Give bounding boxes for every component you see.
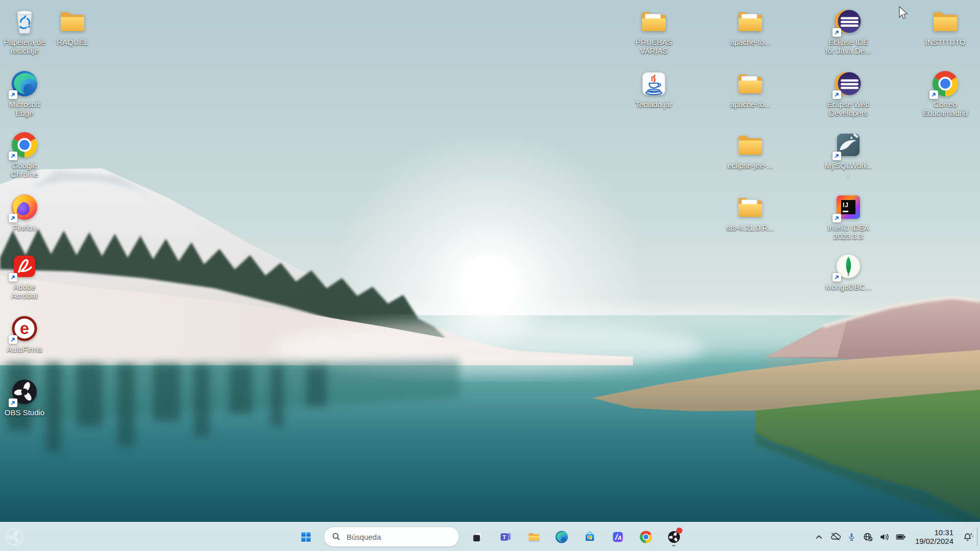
folder-empty-icon (58, 7, 87, 36)
screen: Papelera de reciclajeRAQUELMicrosoft Edg… (0, 0, 980, 551)
search-input[interactable]: Búsqueda (324, 527, 459, 547)
tray-clock[interactable]: 10:31 19/02/2024 (909, 527, 960, 547)
desktop-icon-label: apache-to... (730, 100, 770, 109)
network-offline-icon (862, 531, 874, 543)
volume-icon (878, 531, 890, 543)
taskbar-app-chrome[interactable] (635, 527, 656, 547)
folder-empty-icon (736, 131, 765, 159)
taskbar-app-app-a[interactable]: A (607, 527, 628, 547)
desktop-icon-apache-to-2[interactable]: apache-to... (726, 69, 775, 109)
desktop-icon-label: Microsoft Edge (0, 100, 49, 117)
svg-text:z: z (972, 534, 973, 537)
edge-icon (10, 69, 39, 98)
desktop-icon-correo-educamadrid[interactable]: Correo Educamadrid (921, 69, 970, 117)
desktop-icon-pruebas-varias[interactable]: PRUEBAS VARIAS (629, 7, 678, 55)
folder-full-icon (736, 7, 765, 36)
tray-icons (811, 527, 909, 547)
desktop-icon-label: OBS Studio (5, 408, 44, 417)
desktop-icon-autofirma[interactable]: eAutoFirma (0, 314, 49, 354)
taskbar-app-obs[interactable] (664, 527, 684, 547)
taskbar-app-edge[interactable] (551, 527, 572, 547)
taskbar: Búsqueda TA 10:31 19/02/2024 z z (0, 522, 980, 551)
bell-dnd-icon: z z (962, 531, 974, 543)
acrobat-icon (10, 252, 39, 281)
desktop-icon-microsoft-edge[interactable]: Microsoft Edge (0, 69, 49, 117)
desktop-icon-papelera-de-reciclaje[interactable]: Papelera de reciclaje (0, 7, 49, 55)
desktop-icon-raquel[interactable]: RAQUEL (48, 7, 97, 46)
desktop-icon-label: INSTITUTO (925, 38, 966, 46)
shortcut-arrow-icon (9, 335, 17, 344)
desktop-icon-eclipse-jee[interactable]: eclipse-jee-... (726, 131, 775, 170)
recycle-bin-icon (10, 7, 39, 36)
folder-full-icon (736, 193, 765, 221)
ghost-obs-watermark-icon (5, 527, 24, 546)
desktop-icon-mongodbc[interactable]: MongoDBC... (824, 252, 873, 291)
desktop-icon-firefox[interactable]: Firefox (0, 193, 49, 232)
desktop-icon-intellij-idea-2023-3-3[interactable]: IJIntelliJ IDEA 2023.3.3 (824, 193, 873, 241)
java-icon (640, 69, 668, 98)
shortcut-arrow-icon (9, 152, 17, 160)
edge-icon (555, 530, 569, 544)
desktop-icon-obs-studio[interactable]: OBS Studio (0, 378, 49, 417)
shortcut-arrow-icon (832, 214, 841, 222)
desktop-icon-eclipse-ide-for-java-de[interactable]: Eclipse IDE for Java De... (824, 7, 873, 55)
svg-text:T: T (502, 534, 506, 540)
mysql-workbench-icon (834, 131, 863, 159)
teams-icon: T (499, 530, 512, 544)
svg-text:A: A (617, 534, 621, 540)
clock-date: 19/02/2024 (915, 537, 953, 546)
tray-onedrive-offline-button[interactable] (827, 527, 843, 547)
taskbar-app-teams[interactable]: T (495, 527, 516, 547)
desktop-icon-adobe-acrobat[interactable]: Adobe Acrobat (0, 252, 49, 300)
tray-battery-button[interactable] (893, 527, 909, 547)
shortcut-arrow-icon (832, 28, 841, 37)
autofirma-icon: e (10, 314, 39, 343)
desktop-icon-eclipse-web-developers[interactable]: Eclipse Web Developers (824, 69, 873, 117)
svg-text:IJ: IJ (843, 202, 849, 209)
taskbar-apps: TA (467, 527, 684, 547)
desktop-icon-instituto[interactable]: INSTITUTO (921, 7, 970, 46)
desktop-icon-mysqlwork[interactable]: MySQLWork... (824, 131, 873, 179)
show-desktop-button[interactable] (977, 528, 980, 546)
shortcut-arrow-icon (9, 273, 17, 282)
desktop-icon-label: Firefox (13, 223, 36, 232)
taskbar-tray: 10:31 19/02/2024 z z (811, 522, 976, 551)
tray-hidden-icons-button[interactable] (811, 527, 827, 547)
desktop-icon-teclado-jar[interactable]: Teclado.jar (629, 69, 678, 109)
hidden-icons-icon (813, 531, 825, 543)
desktop-icon-sts-4-21-0-r[interactable]: sts-4.21.0.R... (726, 193, 775, 232)
tray-volume-button[interactable] (876, 527, 892, 547)
desktop-icon-label: AutoFirma (7, 345, 42, 354)
taskbar-app-file-explorer[interactable] (523, 527, 544, 547)
shortcut-arrow-icon (832, 90, 841, 99)
tray-microphone-button[interactable] (844, 527, 860, 547)
folder-empty-icon (931, 7, 960, 36)
start-button[interactable] (296, 527, 316, 547)
taskbar-app-store[interactable] (579, 527, 600, 547)
desktop-icon-apache-to[interactable]: apache-to... (726, 7, 775, 46)
desktop-icon-google-chrome[interactable]: Google Chrome (0, 131, 49, 179)
shortcut-arrow-icon (9, 90, 17, 99)
taskbar-app-task-view[interactable] (467, 527, 487, 547)
notification-badge (676, 528, 682, 534)
intellij-icon: IJ (834, 193, 863, 221)
desktop-icon-label: MySQLWork... (824, 161, 873, 179)
onedrive-offline-icon (829, 531, 841, 543)
desktop-icon-label: Teclado.jar (635, 100, 673, 109)
battery-icon (895, 531, 906, 543)
search-icon (332, 532, 341, 541)
tray-network-offline-button[interactable] (860, 527, 876, 547)
svg-text:e: e (20, 319, 29, 338)
chrome-icon (639, 530, 653, 544)
notification-bell-button[interactable]: z z (960, 527, 976, 547)
windows-logo-icon (299, 530, 313, 544)
task-view-icon (471, 530, 484, 544)
search-placeholder: Búsqueda (347, 533, 381, 541)
desktop-icon-label: Papelera de reciclaje (0, 38, 49, 55)
eclipse-icon (834, 7, 863, 36)
chrome-icon (931, 69, 960, 98)
clock-time: 10:31 (915, 528, 953, 537)
folder-full-icon (640, 7, 668, 36)
desktop-icon-label: PRUEBAS VARIAS (629, 38, 678, 55)
firefox-icon (10, 193, 39, 221)
